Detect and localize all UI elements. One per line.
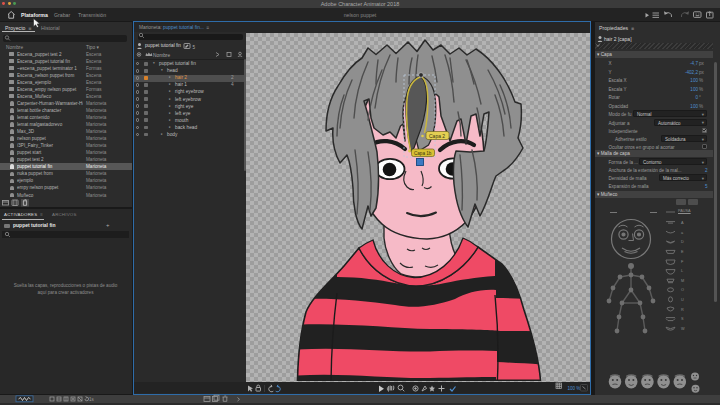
svg-text:R: R [681, 308, 684, 312]
svg-text:5: 5 [193, 45, 196, 50]
svg-text:Capa 2: Capa 2 [429, 133, 445, 139]
svg-text:a: a [681, 231, 684, 235]
svg-text:Capa 1b: Capa 1b [414, 151, 432, 156]
svg-text:W: W [681, 327, 685, 331]
svg-text:S: S [681, 317, 684, 321]
svg-text:E: E [681, 250, 684, 254]
svg-text:U: U [681, 298, 684, 302]
svg-text:O: O [681, 288, 684, 292]
svg-text:D: D [681, 240, 684, 244]
svg-text:A: A [681, 221, 684, 225]
svg-text:M: M [681, 279, 684, 283]
svg-text:L: L [681, 269, 683, 273]
svg-text:100 %: 100 % [568, 386, 581, 391]
svg-text:F: F [681, 260, 684, 264]
